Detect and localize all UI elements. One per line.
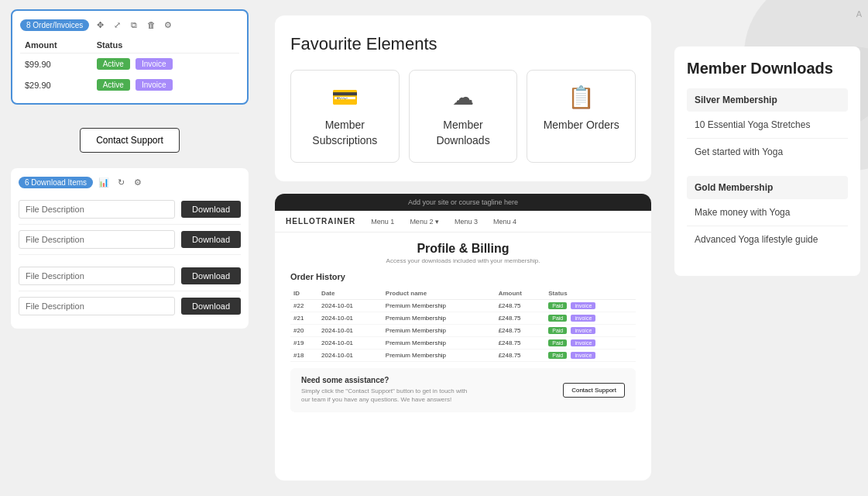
nav-item-1[interactable]: Menu 1 — [371, 218, 394, 226]
table-row: $99.90 Active Invoice — [20, 53, 239, 75]
order-amount: £248.75 — [496, 325, 546, 337]
fav-element-icon: 📋 — [568, 84, 595, 110]
silver-membership-item[interactable]: 10 Essential Yoga Stretches — [687, 112, 848, 139]
fav-element-item[interactable]: ☁ Member Downloads — [409, 70, 518, 163]
mini-invoice-badge[interactable]: invoice — [571, 327, 595, 334]
status-badge: Active — [97, 58, 130, 70]
order-date: 2024-10-01 — [318, 337, 383, 350]
orders-widget: 8 Order/Invoices ✥ ⤢ ⧉ 🗑 ⚙ Amount Status… — [11, 9, 249, 105]
file-desc-input[interactable] — [19, 200, 175, 219]
order-col-header: Amount — [496, 288, 546, 300]
order-col-header: Product name — [383, 288, 496, 300]
order-status: Paid invoice — [545, 300, 636, 312]
order-amount: £248.75 — [496, 350, 546, 362]
billing-content: Profile & Billing Access your downloads … — [275, 232, 651, 421]
order-date: 2024-10-01 — [318, 350, 383, 362]
contact-support-button[interactable]: Contact Support — [80, 128, 180, 153]
need-help-body: Simply click the "Contact Support" butto… — [301, 387, 472, 404]
invoice-badge[interactable]: Invoice — [136, 58, 173, 70]
amount-cell: $29.90 — [20, 74, 92, 95]
paid-badge: Paid — [548, 302, 567, 309]
order-product: Premium Membership — [383, 325, 496, 337]
downloads-widget: 6 Download Items 📊 ↻ ⚙ Download Download… — [11, 168, 249, 329]
fav-element-icon: 💳 — [331, 84, 359, 110]
invoice-badge[interactable]: Invoice — [136, 79, 173, 91]
order-col-header: Status — [545, 288, 636, 300]
file-desc-input[interactable] — [19, 297, 175, 315]
orders-table: Amount Status $99.90 Active Invoice $29.… — [20, 37, 239, 95]
silver-membership-section: Silver Membership 10 Essential Yoga Stre… — [687, 88, 848, 165]
order-status: Paid invoice — [545, 325, 636, 337]
order-product: Premium Membership — [383, 300, 496, 312]
status-cell: Active Invoice — [92, 74, 239, 95]
fav-element-label: Member Orders — [544, 118, 619, 133]
middle-panel: Favourite Elements 💳 Member Subscription… — [259, 0, 667, 496]
refresh-icon[interactable]: ↻ — [115, 176, 127, 188]
silver-membership-item[interactable]: Get started with Yoga — [687, 139, 848, 165]
order-amount: £248.75 — [496, 337, 546, 350]
gold-membership-section: Gold Membership Make money with YogaAdva… — [687, 176, 848, 253]
col-status: Status — [92, 37, 239, 53]
order-table-row: #22 2024-10-01 Premium Membership £248.7… — [290, 300, 636, 312]
file-desc-input[interactable] — [19, 230, 175, 249]
paid-badge: Paid — [548, 315, 567, 322]
order-product: Premium Membership — [383, 337, 496, 350]
nav-item-2[interactable]: Menu 2 ▾ — [410, 218, 439, 226]
download-button[interactable]: Download — [181, 267, 241, 284]
downloads-toolbar: 6 Download Items 📊 ↻ ⚙ — [19, 176, 241, 188]
fav-element-icon: ☁ — [452, 84, 474, 110]
duplicate-icon[interactable]: ⧉ — [128, 19, 140, 31]
gold-membership-item[interactable]: Advanced Yoga lifestyle guide — [687, 226, 848, 253]
order-id: #19 — [290, 337, 318, 350]
settings-icon[interactable]: ⚙ — [162, 19, 174, 31]
nav-item-3[interactable]: Menu 3 — [455, 218, 478, 226]
nav-item-4[interactable]: Menu 4 — [493, 218, 516, 226]
fav-elements-card: Favourite Elements 💳 Member Subscription… — [275, 16, 651, 181]
download-button[interactable]: Download — [181, 201, 241, 218]
need-help-section: Need some assistance? Simply click the "… — [290, 368, 636, 412]
resize-icon[interactable]: ⤢ — [111, 19, 123, 31]
order-date: 2024-10-01 — [318, 300, 383, 312]
member-downloads-title: Member Downloads — [687, 59, 848, 78]
mini-invoice-badge[interactable]: invoice — [571, 302, 595, 309]
need-help-button[interactable]: Contact Support — [563, 383, 625, 398]
need-help-text-block: Need some assistance? Simply click the "… — [301, 376, 472, 404]
order-product: Premium Membership — [383, 350, 496, 362]
chart-icon[interactable]: 📊 — [98, 176, 110, 188]
billing-subtitle: Access your downloads included with your… — [290, 257, 636, 264]
fav-element-label: Member Subscriptions — [300, 118, 389, 148]
mini-invoice-badge[interactable]: invoice — [571, 315, 595, 322]
orders-tab-pill[interactable]: 8 Order/Invoices — [20, 19, 89, 31]
fav-element-item[interactable]: 📋 Member Orders — [527, 70, 636, 163]
order-col-header: ID — [290, 288, 318, 300]
fav-element-item[interactable]: 💳 Member Subscriptions — [290, 70, 400, 163]
file-desc-input[interactable] — [19, 267, 175, 285]
mini-invoice-badge[interactable]: invoice — [571, 339, 595, 346]
paid-badge: Paid — [548, 352, 567, 359]
gold-membership-item[interactable]: Make money with Yoga — [687, 199, 848, 226]
billing-nav: HELLOTRAINER Menu 1 Menu 2 ▾ Menu 3 Menu… — [275, 211, 651, 232]
billing-header-bar: Add your site or course tagline here — [275, 194, 651, 211]
download-row: Download — [19, 261, 241, 291]
order-history-table: IDDateProduct nameAmountStatus #22 2024-… — [290, 288, 636, 362]
status-cell: Active Invoice — [92, 53, 239, 75]
order-table-row: #19 2024-10-01 Premium Membership £248.7… — [290, 337, 636, 350]
right-panel: A Member Downloads Silver Membership 10 … — [667, 0, 868, 496]
gear-icon[interactable]: ⚙ — [132, 176, 144, 188]
order-amount: £248.75 — [496, 312, 546, 325]
order-date: 2024-10-01 — [318, 325, 383, 337]
mini-invoice-badge[interactable]: invoice — [571, 352, 595, 359]
order-id: #22 — [290, 300, 318, 312]
order-id: #20 — [290, 325, 318, 337]
download-button[interactable]: Download — [181, 298, 241, 315]
order-status: Paid invoice — [545, 312, 636, 325]
order-product: Premium Membership — [383, 312, 496, 325]
download-button[interactable]: Download — [181, 231, 241, 248]
status-badge: Active — [97, 79, 130, 91]
order-amount: £248.75 — [496, 300, 546, 312]
downloads-tab-pill[interactable]: 6 Download Items — [19, 177, 93, 188]
order-status: Paid invoice — [545, 350, 636, 362]
amount-cell: $99.90 — [20, 53, 92, 75]
delete-icon[interactable]: 🗑 — [145, 19, 157, 31]
move-icon[interactable]: ✥ — [94, 19, 106, 31]
